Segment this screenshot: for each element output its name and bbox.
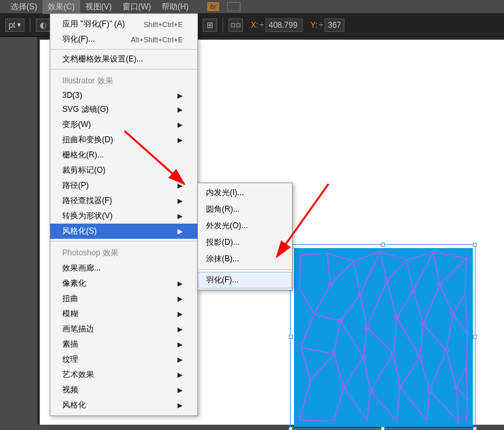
menu-view[interactable]: 视图(V) xyxy=(80,0,117,14)
registration-icon[interactable]: ⊡⊡ xyxy=(228,19,243,32)
effects-menu: 应用 "羽化(F)" (A)Shift+Ctrl+E 羽化(F)...Alt+S… xyxy=(50,13,198,416)
menu-artistic[interactable]: 艺术效果▶ xyxy=(50,367,197,382)
handle-top-right[interactable] xyxy=(473,243,477,247)
menu-sketch[interactable]: 素描▶ xyxy=(50,337,197,352)
menu-convert-shape[interactable]: 转换为形状(V)▶ xyxy=(50,208,197,224)
handle-bot-left[interactable] xyxy=(289,427,293,430)
menu-stylize2[interactable]: 风格化▶ xyxy=(50,398,197,413)
menu-svg-filter[interactable]: SVG 滤镜(G)▶ xyxy=(50,102,197,117)
menu-pathfinder[interactable]: 路径查找器(F)▶ xyxy=(50,193,197,208)
annotation-arrow-2 xyxy=(264,177,343,272)
menu-window[interactable]: 窗口(W) xyxy=(117,0,156,14)
menu-apply-last[interactable]: 应用 "羽化(F)" (A)Shift+Ctrl+E xyxy=(50,17,197,32)
menu-help[interactable]: 帮助(H) xyxy=(156,0,194,14)
voronoi-pattern-icon xyxy=(294,248,473,427)
svg-line-21 xyxy=(277,184,328,257)
annotation-arrow-1 xyxy=(118,124,197,193)
section-photoshop: Photoshop 效果 xyxy=(50,243,197,261)
submenu-feather[interactable]: 羽化(F)... xyxy=(198,272,292,288)
menu-gallery[interactable]: 效果画廊... xyxy=(50,261,197,276)
selection-bounds[interactable] xyxy=(290,244,476,429)
handle-top-mid[interactable] xyxy=(381,243,385,247)
recolor-icon[interactable]: ◐ xyxy=(36,19,50,32)
y-field[interactable]: 367 xyxy=(325,19,344,32)
menu-brush[interactable]: 画笔描边▶ xyxy=(50,322,197,337)
menu-effects[interactable]: 效果(C) xyxy=(42,0,80,14)
section-illustrator: Illustrator 效果 xyxy=(50,71,197,89)
transform-icon[interactable]: ⊞ xyxy=(203,19,217,32)
x-field[interactable]: 408.799 xyxy=(266,19,303,32)
artwork-square[interactable] xyxy=(294,248,473,427)
handle-right-mid[interactable] xyxy=(473,335,477,339)
unit-field[interactable]: pt ▾ xyxy=(5,19,25,32)
bridge-icon[interactable]: Br xyxy=(207,2,219,11)
menu-3d[interactable]: 3D(3)▶ xyxy=(50,89,197,102)
arrange-icon[interactable] xyxy=(227,2,240,11)
handle-left-mid[interactable] xyxy=(289,335,293,339)
y-label: Y: xyxy=(311,21,318,30)
menu-stylize[interactable]: 风格化(S)▶ xyxy=(50,224,197,239)
svg-line-20 xyxy=(125,131,184,184)
menu-distort2[interactable]: 扭曲▶ xyxy=(50,291,197,306)
menu-texture[interactable]: 纹理▶ xyxy=(50,352,197,367)
menu-blur[interactable]: 模糊▶ xyxy=(50,306,197,322)
menu-select[interactable]: 选择(S) xyxy=(5,0,42,14)
menu-doc-raster[interactable]: 文档栅格效果设置(E)... xyxy=(50,52,197,67)
menu-last-effect[interactable]: 羽化(F)...Alt+Shift+Ctrl+E xyxy=(50,32,197,47)
handle-bot-mid[interactable] xyxy=(381,427,385,430)
handle-bot-right[interactable] xyxy=(473,427,477,430)
menu-video[interactable]: 视频▶ xyxy=(50,382,197,398)
menu-pixelate[interactable]: 像素化▶ xyxy=(50,276,197,291)
x-label: X: xyxy=(251,21,258,30)
menubar: 选择(S) 效果(C) 视图(V) 窗口(W) 帮助(H) Br xyxy=(0,0,504,13)
